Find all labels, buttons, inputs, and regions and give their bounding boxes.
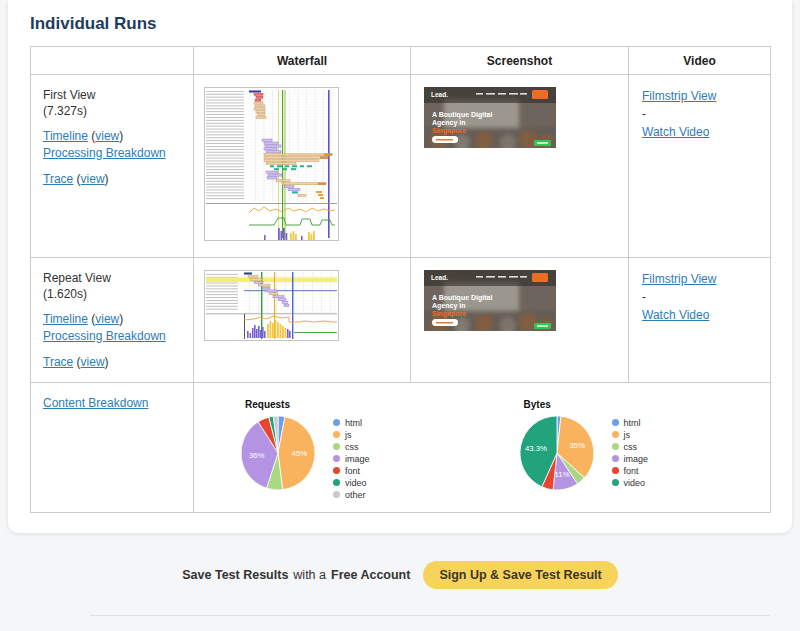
legend-item: js [612, 430, 649, 440]
table-header-row: Waterfall Screenshot Video [31, 47, 771, 75]
bytes-legend: htmljscssimagefontvideo [612, 414, 649, 488]
page-screenshot-thumbnail-repeat-view[interactable]: Lead. A Boutique Digital Agency in Singa… [424, 270, 556, 331]
repeat-view-row: Repeat View (1.620s) Timeline (view) Pro… [31, 258, 771, 383]
content-breakdown-charts: Requests 45%36% htmljscssimagefontvideoo… [194, 383, 770, 500]
legend-dot [333, 467, 340, 474]
page-title: Individual Runs [30, 14, 770, 34]
legend-label: font [624, 466, 639, 476]
legend-label: font [345, 466, 360, 476]
svg-text:35%: 35% [569, 441, 585, 450]
legend-item: font [333, 466, 370, 476]
legend-item: js [333, 430, 370, 440]
timeline-view-link[interactable]: view [95, 312, 119, 326]
filmstrip-view-link[interactable]: Filmstrip View [642, 272, 716, 286]
thumb-headline-2: Agency in [432, 119, 465, 127]
thumb-headline-3: Singapore [432, 127, 466, 135]
paren: ) [119, 129, 123, 143]
chart-title: Bytes [524, 399, 649, 410]
timeline-view-link[interactable]: view [95, 129, 119, 143]
content-breakdown-link[interactable]: Content Breakdown [43, 396, 148, 410]
legend-dot [612, 455, 619, 462]
first-view-row: First View (7.327s) Timeline (view) Proc… [31, 75, 771, 258]
requests-legend: htmljscssimagefontvideoother [333, 414, 370, 500]
legend-dot [612, 431, 619, 438]
legend-label: other [345, 490, 366, 500]
legend-dot [612, 443, 619, 450]
thumb-cta-button [532, 273, 548, 282]
run-label: First View [43, 87, 181, 103]
free-account-text: Free Account [331, 568, 410, 582]
waterfall-thumbnail-repeat-view[interactable] [204, 270, 339, 341]
watch-video-link[interactable]: Watch Video [642, 125, 709, 139]
legend-dot [333, 491, 340, 498]
thumb-headline-3: Singapore [432, 310, 466, 318]
save-results-text-bold: Save Test Results [182, 568, 288, 582]
thumb-headline-1: A Boutique Digital [432, 294, 492, 302]
run-time: (7.327s) [43, 103, 181, 119]
svg-text:45%: 45% [292, 449, 308, 458]
trace-link[interactable]: Trace [43, 355, 73, 369]
legend-dot [333, 455, 340, 462]
video-separator: - [642, 288, 757, 306]
legend-label: css [345, 442, 359, 452]
header-video: Video [629, 47, 771, 75]
paren: ) [119, 312, 123, 326]
legend-dot [333, 479, 340, 486]
save-results-text: with a [293, 568, 326, 582]
legend-item: font [612, 466, 649, 476]
sign-up-button[interactable]: Sign Up & Save Test Result [423, 561, 617, 589]
legend-item: video [612, 478, 649, 488]
legend-label: css [624, 442, 638, 452]
video-separator: - [642, 105, 757, 123]
thumb-headline-1: A Boutique Digital [432, 111, 492, 119]
svg-text:36%: 36% [249, 451, 265, 460]
timeline-link[interactable]: Timeline [43, 312, 88, 326]
legend-item: html [612, 418, 649, 428]
chart-title: Requests [245, 399, 370, 410]
footer: catchpoint Find us on: in Contact Sales [90, 615, 770, 631]
processing-breakdown-link[interactable]: Processing Breakdown [43, 329, 166, 343]
legend-item: video [333, 478, 370, 488]
thumb-headline-2: Agency in [432, 302, 465, 310]
legend-dot [612, 467, 619, 474]
legend-label: image [345, 454, 370, 464]
run-label: Repeat View [43, 270, 181, 286]
legend-label: html [624, 418, 641, 428]
filmstrip-view-link[interactable]: Filmstrip View [642, 89, 716, 103]
legend-dot [612, 479, 619, 486]
legend-item: css [612, 442, 649, 452]
legend-dot [612, 419, 619, 426]
legend-dot [333, 443, 340, 450]
legend-dot [333, 431, 340, 438]
processing-breakdown-link[interactable]: Processing Breakdown [43, 146, 166, 160]
page-screenshot-thumbnail-first-view[interactable]: Lead. A Boutique Digital Agency in Singa… [424, 87, 556, 148]
legend-item: other [333, 490, 370, 500]
legend-dot [333, 419, 340, 426]
thumb-site-logo: Lead. [431, 91, 448, 98]
requests-pie: 45%36% [239, 414, 317, 496]
legend-label: js [345, 430, 352, 440]
paren: ) [105, 355, 109, 369]
legend-label: video [345, 478, 367, 488]
svg-text:11%: 11% [554, 469, 569, 478]
header-waterfall: Waterfall [194, 47, 411, 75]
individual-runs-table: Waterfall Screenshot Video First View (7… [30, 46, 771, 513]
legend-item: image [612, 454, 649, 464]
legend-item: css [333, 442, 370, 452]
trace-view-link[interactable]: view [81, 172, 105, 186]
legend-item: image [333, 454, 370, 464]
legend-item: html [333, 418, 370, 428]
trace-link[interactable]: Trace [43, 172, 73, 186]
bytes-pie: 35%11%43.3% [518, 414, 596, 496]
header-blank [31, 47, 194, 75]
timeline-link[interactable]: Timeline [43, 129, 88, 143]
waterfall-thumbnail-first-view[interactable] [204, 87, 339, 241]
run-time: (1.620s) [43, 286, 181, 302]
thumb-site-logo: Lead. [431, 274, 448, 281]
requests-chart: Requests 45%36% htmljscssimagefontvideoo… [239, 395, 370, 500]
thumb-cta-button [532, 90, 548, 99]
results-card: Individual Runs Waterfall Screenshot Vid… [8, 0, 792, 533]
legend-label: video [624, 478, 646, 488]
trace-view-link[interactable]: view [81, 355, 105, 369]
watch-video-link[interactable]: Watch Video [642, 308, 709, 322]
